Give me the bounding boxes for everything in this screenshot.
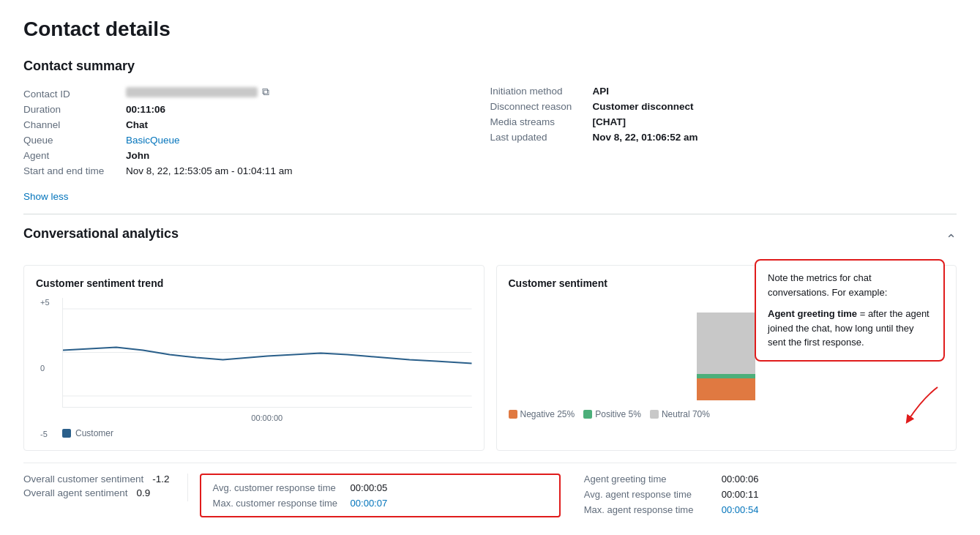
disconnect-reason-value: Customer disconnect — [593, 101, 694, 112]
max-customer-response-row: Max. customer response time 00:00:07 — [213, 498, 547, 509]
positive-legend-item: Positive 5% — [583, 409, 641, 419]
last-updated-value: Nov 8, 22, 01:06:52 am — [593, 132, 698, 143]
contact-summary-grid: Contact ID ⧉ Duration 00:11:06 Channel C… — [23, 86, 957, 176]
contact-id-label: Contact ID — [23, 89, 126, 100]
channel-label: Channel — [23, 119, 126, 130]
start-end-time-row: Start and end time Nov 8, 22, 12:53:05 a… — [23, 165, 490, 176]
overall-agent-label: Overall agent sentiment — [23, 487, 128, 498]
last-updated-label: Last updated — [490, 132, 593, 143]
media-streams-row: Media streams [CHAT] — [490, 116, 957, 127]
neutral-legend-item: Neutral 70% — [650, 409, 710, 419]
agent-greeting-time-row: Agent greeting time 00:00:06 — [584, 474, 957, 485]
overall-agent-value: 0.9 — [137, 487, 151, 498]
media-streams-label: Media streams — [490, 116, 593, 127]
max-customer-response-value[interactable]: 00:00:07 — [351, 498, 388, 509]
collapse-icon[interactable]: ⌃ — [946, 231, 957, 247]
avg-agent-response-value: 00:00:11 — [722, 489, 759, 500]
neutral-legend-label: Neutral 70% — [662, 409, 710, 419]
x-label: 00:00:00 — [62, 414, 472, 422]
customer-legend-label: Customer — [75, 428, 113, 438]
negative-swatch — [509, 410, 517, 419]
contact-summary-right: Initiation method API Disconnect reason … — [490, 86, 957, 176]
contact-summary-left: Contact ID ⧉ Duration 00:11:06 Channel C… — [23, 86, 490, 176]
max-agent-response-label: Max. agent response time — [584, 504, 716, 515]
max-agent-response-row: Max. agent response time 00:00:54 — [584, 504, 957, 515]
sentiment-trend-chart: Customer sentiment trend +5 0 -5 — [23, 265, 485, 451]
y-label-top: +5 — [40, 298, 50, 307]
bar-neutral — [697, 313, 755, 374]
callout-box: Note the metrics for chat conversations.… — [755, 259, 945, 362]
show-less-link[interactable]: Show less — [23, 191, 69, 202]
contact-id-blurred — [126, 87, 258, 97]
avg-customer-response-label: Avg. customer response time — [213, 482, 345, 493]
last-updated-row: Last updated Nov 8, 22, 01:06:52 am — [490, 132, 957, 143]
overall-customer-value: -1.2 — [152, 474, 169, 485]
callout-bold-text: Agent greeting time — [768, 308, 857, 319]
sentiment-chart-area — [62, 298, 472, 408]
y-label-bot: -5 — [40, 430, 50, 438]
overall-customer-label: Overall customer sentiment — [23, 474, 143, 485]
start-end-time-label: Start and end time — [23, 165, 126, 176]
queue-row: Queue BasicQueue — [23, 135, 490, 146]
section-divider-1 — [23, 214, 957, 214]
y-label-mid: 0 — [40, 364, 50, 373]
agent-greeting-time-label: Agent greeting time — [584, 474, 716, 485]
start-end-time-value: Nov 8, 22, 12:53:05 am - 01:04:11 am — [126, 165, 292, 176]
page-title: Contact details — [23, 18, 957, 41]
analytics-title: Conversational analytics — [23, 226, 179, 242]
trend-legend: Customer — [62, 428, 472, 438]
avg-agent-response-row: Avg. agent response time 00:00:11 — [584, 489, 957, 500]
media-streams-value: [CHAT] — [593, 116, 626, 127]
analytics-header: Conversational analytics ⌃ — [23, 226, 957, 253]
callout-line2: Agent greeting time = after the agent jo… — [768, 307, 932, 350]
callout-arrow — [901, 384, 945, 430]
duration-row: Duration 00:11:06 — [23, 104, 490, 115]
trend-svg — [63, 298, 472, 407]
callout-line1: Note the metrics for chat conversations.… — [768, 271, 932, 299]
initiation-method-value: API — [593, 86, 610, 97]
duration-value: 00:11:06 — [126, 104, 165, 115]
queue-label: Queue — [23, 135, 126, 146]
disconnect-reason-row: Disconnect reason Customer disconnect — [490, 101, 957, 112]
overall-customer-sentiment-row: Overall customer sentiment -1.2 — [23, 474, 170, 485]
avg-agent-response-label: Avg. agent response time — [584, 489, 716, 500]
arrow-svg — [901, 384, 945, 427]
channel-value: Chat — [126, 119, 148, 130]
positive-legend-label: Positive 5% — [595, 409, 641, 419]
max-agent-response-value[interactable]: 00:00:54 — [722, 504, 759, 515]
agent-value: John — [126, 150, 149, 161]
disconnect-reason-label: Disconnect reason — [490, 101, 593, 112]
overall-agent-sentiment-row: Overall agent sentiment 0.9 — [23, 487, 170, 498]
sentiment-trend-title: Customer sentiment trend — [36, 277, 472, 289]
channel-row: Channel Chat — [23, 119, 490, 130]
copy-icon[interactable]: ⧉ — [262, 86, 269, 98]
duration-label: Duration — [23, 104, 126, 115]
agent-label: Agent — [23, 150, 126, 161]
customer-legend-dot — [62, 429, 71, 438]
max-customer-response-label: Max. customer response time — [213, 498, 345, 509]
initiation-method-label: Initiation method — [490, 86, 593, 97]
negative-legend-label: Negative 25% — [520, 409, 575, 419]
agent-greeting-time-value: 00:00:06 — [722, 474, 759, 485]
queue-value[interactable]: BasicQueue — [126, 135, 180, 146]
sentiment-legend: Negative 25% Positive 5% Neutral 70% — [509, 409, 945, 419]
initiation-method-row: Initiation method API — [490, 86, 957, 97]
negative-legend-item: Negative 25% — [509, 409, 575, 419]
sentiment-bar-stack — [697, 313, 755, 400]
contact-summary-section: Contact summary Contact ID ⧉ Duration 00… — [23, 59, 957, 202]
agent-times-col: Agent greeting time 00:00:06 Avg. agent … — [572, 474, 957, 515]
contact-summary-title: Contact summary — [23, 59, 957, 74]
contact-id-value-wrapper: ⧉ — [126, 86, 269, 98]
positive-swatch — [583, 410, 592, 419]
overall-sentiments: Overall customer sentiment -1.2 Overall … — [23, 474, 188, 501]
avg-customer-response-value: 00:00:05 — [351, 482, 388, 493]
bar-negative — [697, 378, 755, 400]
agent-row: Agent John — [23, 150, 490, 161]
response-times-box: Avg. customer response time 00:00:05 Max… — [200, 474, 561, 517]
metrics-bottom: Overall customer sentiment -1.2 Overall … — [23, 463, 957, 517]
y-labels: +5 0 -5 — [40, 298, 50, 438]
contact-id-row: Contact ID ⧉ — [23, 86, 490, 100]
avg-customer-response-row: Avg. customer response time 00:00:05 — [213, 482, 547, 493]
neutral-swatch — [650, 410, 659, 419]
